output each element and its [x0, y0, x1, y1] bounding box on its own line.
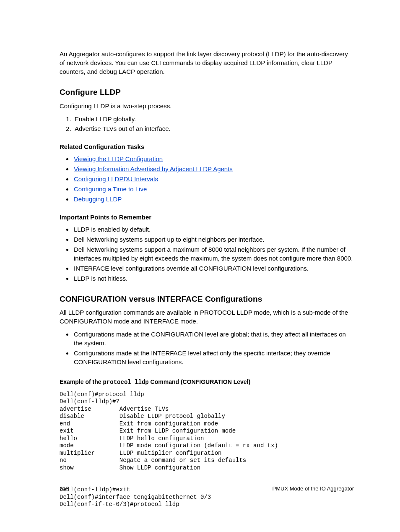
example-caption: Example of the protocol lldp Command (CO…	[60, 378, 354, 387]
example-caption-suffix: Command (CONFIGURATION Level)	[149, 378, 250, 385]
list-item: Configuring LLDPDU Intervals	[73, 175, 354, 183]
heading-configure-lldp: Configure LLDP	[60, 87, 354, 98]
page-container: An Aggregator auto-configures to support…	[0, 0, 400, 532]
list-item: Viewing Information Advertised by Adjace…	[73, 164, 354, 173]
page-number: 218	[60, 485, 69, 493]
link-viewing-lldp-config[interactable]: Viewing the LLDP Configuration	[74, 155, 163, 162]
list-item: Debugging LLDP	[73, 195, 354, 203]
related-tasks-list: Viewing the LLDP Configuration Viewing I…	[60, 154, 354, 203]
intro-paragraph: An Aggregator auto-configures to support…	[60, 50, 354, 76]
list-item: Dell Networking systems support up to ei…	[73, 235, 354, 244]
list-item: LLDP is not hitless.	[73, 274, 354, 283]
list-item: Configurations made at the INTERFACE lev…	[73, 349, 354, 366]
link-debugging-lldp[interactable]: Debugging LLDP	[74, 196, 122, 203]
link-configuring-ttl[interactable]: Configuring a Time to Live	[74, 185, 147, 193]
example-caption-prefix: Example of the	[60, 378, 103, 385]
list-item: LLDP is enabled by default.	[73, 225, 354, 234]
configure-lead: Configuring LLDP is a two-step process.	[60, 102, 354, 110]
config-vs-interface-list: Configurations made at the CONFIGURATION…	[60, 330, 354, 366]
step-item: Advertise TLVs out of an interface.	[73, 124, 354, 133]
heading-config-vs-interface: CONFIGURATION versus INTERFACE Configura…	[60, 294, 354, 305]
list-item: Dell Networking systems support a maximu…	[73, 245, 354, 263]
list-item: INTERFACE level configurations override …	[73, 264, 354, 273]
link-configuring-lldpdu-intervals[interactable]: Configuring LLDPDU Intervals	[74, 175, 158, 183]
example-caption-command: protocol lldp	[103, 379, 148, 386]
config-vs-interface-lead: All LLDP configuration commands are avai…	[60, 308, 354, 326]
page-footer: 218 PMUX Mode of the IO Aggregator	[60, 485, 354, 493]
heading-related-tasks: Related Configuration Tasks	[60, 142, 354, 151]
step-item: Enable LLDP globally.	[73, 115, 354, 123]
configure-steps-list: Enable LLDP globally. Advertise TLVs out…	[60, 115, 354, 133]
list-item: Viewing the LLDP Configuration	[73, 154, 354, 163]
important-points-list: LLDP is enabled by default. Dell Network…	[60, 225, 354, 283]
list-item: Configurations made at the CONFIGURATION…	[73, 330, 354, 347]
doc-title-footer: PMUX Mode of the IO Aggregator	[273, 485, 354, 493]
heading-important-points: Important Points to Remember	[60, 213, 354, 222]
list-item: Configuring a Time to Live	[73, 185, 354, 193]
link-viewing-adjacent-agents[interactable]: Viewing Information Advertised by Adjace…	[74, 165, 233, 172]
